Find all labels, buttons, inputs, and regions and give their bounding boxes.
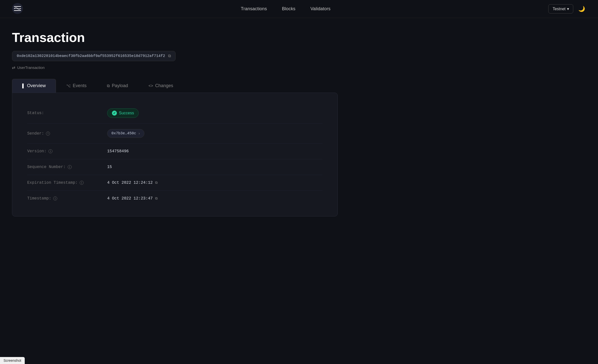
nav-right: Testnet ▾ 🌙 [548,4,586,13]
tab-payload[interactable]: ⧉ Payload [97,79,138,93]
copy-icon: ⧉ [107,84,110,88]
chevron-down-icon: ▾ [567,6,569,11]
timestamp-label: Timestamp: i [27,196,107,201]
timestamp-value: 4 Oct 2022 12:23:47 ⧉ [107,196,158,201]
main-content: Transaction 0xde102a1302281014beaecf30fb… [0,18,350,228]
expiration-info-icon[interactable]: i [80,181,84,185]
copy-expiration-icon[interactable]: ⧉ [155,181,158,185]
status-text: Success [119,111,134,115]
nav-validators[interactable]: Validators [310,6,331,11]
tx-type-label: UserTransaction [17,65,44,70]
expiration-row: Expiration Timestamp: i 4 Oct 2022 12:24… [27,175,322,191]
sender-address: 0x7b3e…450c [111,131,136,136]
network-label: Testnet [553,7,566,11]
sender-label: Sender: i [27,131,107,136]
tab-changes-label: Changes [155,83,173,88]
timestamp-info-icon[interactable]: i [53,196,57,200]
tab-events[interactable]: ⌥ Events [56,79,97,93]
sequence-label: Sequence Number: i [27,165,107,169]
tx-hash-bar: 0xde102a1302281014beaecf30fb2aa6bbf9af55… [12,51,176,61]
copy-timestamp-icon[interactable]: ⧉ [155,196,158,200]
logo[interactable] [12,3,23,15]
detail-card: Status: ✓ Success Sender: i 0x7b3e…450c … [12,93,338,216]
tx-type-row: ⇄ UserTransaction [12,65,338,70]
version-info-icon[interactable]: i [48,149,52,153]
sequence-info-icon[interactable]: i [68,165,72,169]
version-value: 154758496 [107,149,129,154]
sequence-value: 15 [107,165,112,169]
status-label: Status: [27,111,107,115]
status-row: Status: ✓ Success [27,103,322,124]
version-row: Version: i 154758496 [27,144,322,159]
status-value: ✓ Success [107,108,139,118]
expiration-value: 4 Oct 2022 12:24:12 ⧉ [107,181,158,185]
status-badge: ✓ Success [107,108,139,118]
tab-events-label: Events [73,83,86,88]
sender-row: Sender: i 0x7b3e…450c › [27,124,322,144]
tx-hash-value: 0xde102a1302281014beaecf30fb2aa6bbf9af55… [17,54,165,58]
network-selector[interactable]: Testnet ▾ [548,4,573,13]
version-label: Version: i [27,149,107,154]
tab-payload-label: Payload [112,83,128,88]
nav-transactions[interactable]: Transactions [241,6,267,11]
tabs: ▌ Overview ⌥ Events ⧉ Payload <> Changes [12,79,338,93]
expiration-label: Expiration Timestamp: i [27,181,107,185]
events-icon: ⌥ [66,83,71,88]
sender-value: 0x7b3e…450c › [107,129,144,138]
sender-info-icon[interactable]: i [46,132,50,136]
copy-hash-icon[interactable]: ⧉ [168,54,171,58]
theme-toggle[interactable]: 🌙 [577,5,586,13]
navbar: Transactions Blocks Validators Testnet ▾… [0,0,598,18]
code-icon: <> [148,84,153,88]
tab-overview[interactable]: ▌ Overview [12,79,56,93]
page-title: Transaction [12,30,338,45]
tab-changes[interactable]: <> Changes [138,79,183,93]
check-icon: ✓ [112,111,117,116]
sequence-row: Sequence Number: i 15 [27,159,322,175]
timestamp-row: Timestamp: i 4 Oct 2022 12:23:47 ⧉ [27,191,322,206]
sender-badge[interactable]: 0x7b3e…450c › [107,129,144,138]
nav-blocks[interactable]: Blocks [282,6,296,11]
tx-type-icon: ⇄ [12,65,15,70]
tab-overview-label: Overview [27,83,46,88]
chevron-right-icon: › [138,132,140,136]
bar-chart-icon: ▌ [22,84,25,88]
nav-links: Transactions Blocks Validators [241,6,330,11]
screenshot-label: Screenshot [0,357,25,364]
